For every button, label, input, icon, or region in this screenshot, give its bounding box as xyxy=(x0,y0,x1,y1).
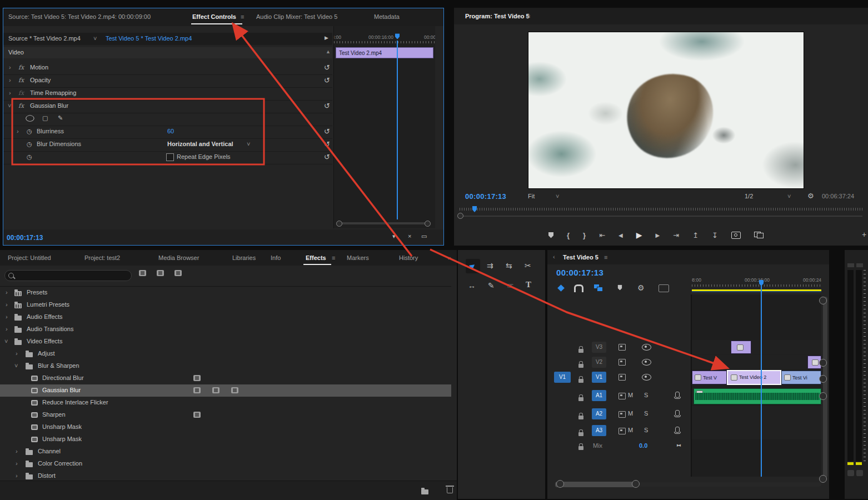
lock-icon[interactable] xyxy=(578,364,583,368)
tree-row-unsharp-mask-2[interactable]: Unsharp Mask xyxy=(0,433,451,446)
chevron-right-icon[interactable]: › xyxy=(6,326,8,332)
tab-effect-controls[interactable]: Effect Controls xyxy=(192,13,236,20)
clip-a1-audio[interactable] xyxy=(694,388,821,404)
tab-metadata[interactable]: Metadata xyxy=(374,13,400,20)
panel-box-icon[interactable]: ▭ xyxy=(421,233,427,240)
ecp-mini-hscrollbar[interactable] xyxy=(336,221,431,226)
clip-v1-2-selected[interactable]: Test Video 2 xyxy=(727,370,781,385)
effect-name[interactable]: Opacity xyxy=(30,77,51,83)
lane-a2[interactable] xyxy=(692,406,821,423)
param-row-blurriness[interactable]: › ◷ Blurriness 60 ↺ xyxy=(3,126,332,139)
tab-effects[interactable]: Effects xyxy=(306,254,326,261)
tree-label[interactable]: Adjust xyxy=(38,350,55,357)
tree-label[interactable]: Gaussian Blur xyxy=(42,387,81,393)
hscroll-knob-left[interactable] xyxy=(556,480,564,488)
tree-row-reduce-interlace[interactable]: Reduce Interlace Flicker xyxy=(0,397,451,409)
filter-accelerated-effects-icon[interactable] xyxy=(139,270,146,276)
lock-icon[interactable] xyxy=(578,416,583,419)
pin-playhead-icon[interactable]: ▾ xyxy=(392,233,396,240)
tab-history[interactable]: History xyxy=(399,254,418,261)
tab-program[interactable]: Program: Test Video 5 xyxy=(465,13,530,19)
program-scroll-line[interactable] xyxy=(460,216,862,217)
mark-out-icon[interactable]: } xyxy=(583,231,586,239)
playback-resolution-select[interactable]: 1/2 xyxy=(745,193,753,199)
sync-lock-icon[interactable] xyxy=(618,374,626,381)
voiceover-mic-icon[interactable] xyxy=(675,427,680,433)
mute-button[interactable]: M xyxy=(628,427,633,433)
tree-label[interactable]: Video Effects xyxy=(27,338,62,344)
tree-row-blur-sharpen[interactable]: ˅ Blur & Sharpen xyxy=(0,360,451,372)
chevron-right-icon[interactable]: › xyxy=(6,313,8,320)
param-row-repeat-edge[interactable]: ◷ Repeat Edge Pixels ↺ xyxy=(3,151,332,164)
razor-tool-icon[interactable]: ✂ xyxy=(525,261,531,270)
clip-v3[interactable] xyxy=(731,341,751,354)
effect-row-time-remapping[interactable]: › fx Time Remapping xyxy=(3,87,332,101)
chevron-down-icon[interactable]: ˅ xyxy=(556,193,559,199)
sync-lock-icon[interactable] xyxy=(618,428,626,434)
repeat-edge-checkbox[interactable] xyxy=(166,153,174,161)
tree-label[interactable]: Lumetri Presets xyxy=(27,301,69,308)
tree-row-directional-blur[interactable]: Directional Blur xyxy=(0,372,451,384)
chevron-up-icon[interactable]: ▲ xyxy=(326,49,331,54)
timeline-timecode[interactable]: 00:00:17:13 xyxy=(556,268,603,277)
tree-label[interactable]: Unsharp Mask xyxy=(42,423,82,430)
ecp-playhead-line[interactable] xyxy=(397,41,398,219)
button-editor-plus-icon[interactable]: + xyxy=(862,230,866,239)
ellipse-mask-icon[interactable]: ◯ xyxy=(26,114,35,122)
extract-icon[interactable]: ↧ xyxy=(712,231,718,239)
tab-project-test2[interactable]: Project: test2 xyxy=(84,254,120,261)
filter-yuv-effects-icon[interactable] xyxy=(174,270,182,276)
track-height-knob[interactable] xyxy=(819,475,827,483)
tree-row-sharpen[interactable]: Sharpen xyxy=(0,409,451,421)
overflow-chevrons-icon[interactable]: » xyxy=(448,254,451,261)
track-height-knob[interactable] xyxy=(819,375,827,383)
slip-tool-icon[interactable]: ↔ xyxy=(468,281,476,290)
settings-wrench-icon[interactable]: ⚙ xyxy=(807,192,814,200)
chevron-right-icon[interactable]: › xyxy=(9,64,11,71)
scroll-handle-left[interactable] xyxy=(336,221,342,227)
type-tool-icon[interactable]: T xyxy=(526,280,531,289)
chevron-down-icon[interactable]: ˅ xyxy=(787,193,791,199)
sync-lock-icon[interactable] xyxy=(618,411,626,418)
mute-button[interactable]: M xyxy=(628,392,633,398)
tree-row-gaussian-blur[interactable]: Gaussian Blur xyxy=(0,384,451,397)
hand-tool-icon[interactable]: ☞ xyxy=(507,281,514,290)
panel-menu-icon[interactable]: ≡ xyxy=(527,13,530,19)
pen-tool-icon[interactable]: ✎ xyxy=(488,281,495,290)
tree-row-unsharp-mask-1[interactable]: Unsharp Mask xyxy=(0,421,451,433)
comparison-view-icon[interactable] xyxy=(754,232,764,238)
tree-label[interactable]: Audio Effects xyxy=(27,313,63,320)
track-target-a1[interactable]: A1 xyxy=(592,390,606,401)
chevron-right-icon[interactable]: › xyxy=(16,472,18,479)
clip-v1-1[interactable]: Test V xyxy=(692,371,727,384)
track-target-a3[interactable]: A3 xyxy=(592,425,606,436)
play-button-icon[interactable]: ▶ xyxy=(636,231,642,239)
track-output-eye-icon[interactable] xyxy=(642,374,651,381)
effect-name[interactable]: Motion xyxy=(30,64,48,71)
blur-dimensions-select[interactable]: Horizontal and Vertical xyxy=(167,141,233,147)
chevron-right-icon[interactable]: › xyxy=(16,448,18,454)
chevron-down-icon[interactable]: ˅ xyxy=(247,141,250,147)
chevron-right-icon[interactable]: › xyxy=(17,128,19,134)
panel-menu-icon[interactable]: ≡ xyxy=(241,13,244,20)
effect-name[interactable]: Time Remapping xyxy=(30,89,76,96)
chevron-down-icon[interactable]: ˅ xyxy=(14,362,18,369)
param-row-blur-dimensions[interactable]: ◷ Blur Dimensions Horizontal and Vertica… xyxy=(3,138,332,152)
track-output-eye-icon[interactable] xyxy=(642,359,651,366)
lane-v2[interactable] xyxy=(692,355,821,369)
stopwatch-icon[interactable]: ◷ xyxy=(27,153,32,161)
solo-button[interactable]: S xyxy=(644,427,648,433)
add-marker-icon[interactable] xyxy=(548,232,553,238)
chevron-right-icon[interactable]: › xyxy=(16,460,18,467)
timeline-vscrollbar[interactable] xyxy=(823,297,827,478)
track-select-tool-icon[interactable]: ⇉ xyxy=(487,261,493,270)
tree-label[interactable]: Audio Transitions xyxy=(27,326,73,332)
tree-row-channel[interactable]: › Channel xyxy=(0,446,451,458)
effects-search-box[interactable] xyxy=(4,270,132,281)
step-back-icon[interactable]: ◀ xyxy=(618,232,623,238)
tree-row-adjust[interactable]: › Adjust xyxy=(0,348,451,360)
clip-v1-3[interactable]: Test Vi xyxy=(781,371,821,384)
ecp-clip-bar[interactable]: Test Video 2.mp4 xyxy=(336,47,433,58)
voiceover-mic-icon[interactable] xyxy=(675,410,680,416)
lock-icon[interactable] xyxy=(578,349,583,353)
